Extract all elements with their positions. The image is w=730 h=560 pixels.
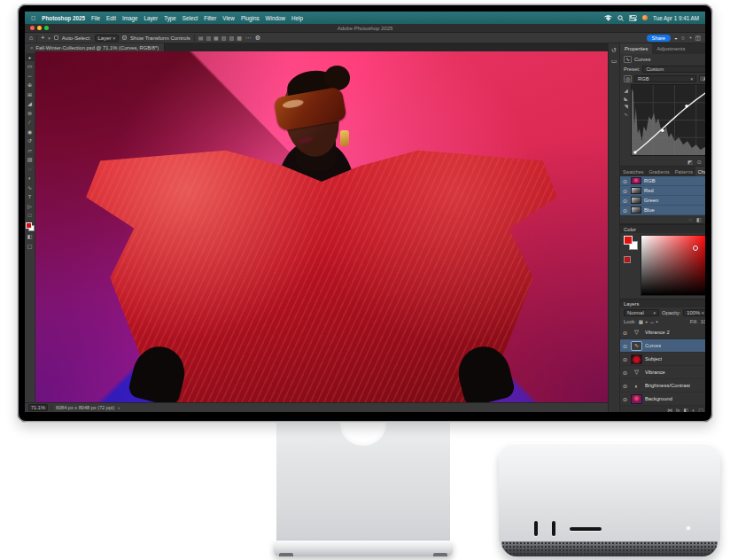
tool-preset-chevron-icon[interactable]: ▾ [48,35,50,41]
distribute-v-icon[interactable]: ▨ [229,35,234,41]
save-mask-icon[interactable]: ◧ [696,216,702,222]
layer-row-vibrance2[interactable]: ⊙ ▽ Vibrance 2 [620,326,705,339]
channel-row-red[interactable]: ⊙ Red ⌘3 [620,186,705,196]
channel-row-green[interactable]: ⊙ Green ⌘4 [620,196,705,206]
black-point-eyedropper-icon[interactable]: ◢ [624,88,627,93]
distribute-h-icon[interactable]: ▩ [237,35,242,41]
menu-view[interactable]: View [222,15,235,21]
tab-adjustments[interactable]: Adjustments [652,43,689,54]
foreground-color-swatch[interactable] [624,236,633,245]
channel-row-blue[interactable]: ⊙ Blue ⌘5 [620,206,705,215]
visibility-eye-icon[interactable]: ⊙ [623,178,628,184]
auto-button[interactable]: Auto [699,75,705,82]
curve-edit-icon[interactable]: ∿ [624,112,628,117]
notifications-bell-icon[interactable]: ◒ [674,35,678,41]
visibility-eye-icon[interactable]: ⊙ [623,188,628,194]
history-brush-tool[interactable]: ↺ [26,137,35,145]
preset-dropdown[interactable]: Custom ▾ [642,66,705,73]
quick-selection-tool[interactable]: ⊕ [26,82,35,89]
opacity-field[interactable]: 100% ▾ [683,309,705,316]
menu-plugins[interactable]: Plugins [241,15,260,21]
show-transform-checkbox[interactable] [122,35,127,40]
move-tool-preset-icon[interactable]: + [41,35,44,41]
dodge-tool[interactable]: ◐ [26,175,35,183]
gray-point-eyedropper-icon[interactable]: ◣ [624,96,627,101]
curves-graph[interactable] [631,84,705,156]
lock-pixels-icon[interactable]: + [645,319,648,324]
tab-channels[interactable]: Channels [695,167,705,176]
eraser-tool[interactable]: ▱ [26,146,35,154]
align-left-icon[interactable]: ▤ [198,35,204,41]
visibility-eye-icon[interactable]: ⊙ [623,343,628,349]
marquee-tool[interactable]: ▭ [26,63,35,71]
channel-row-rgb[interactable]: ⊙ RGB ⌘2 [620,176,705,186]
quick-mask-icon[interactable]: ◧ [26,233,35,241]
menu-bar-clock[interactable]: Tue Apr 1 9:41 AM [653,15,699,21]
foreground-background-swatches[interactable] [26,222,35,231]
app-menu[interactable]: Photoshop 2025 [42,15,85,21]
tab-patterns[interactable]: Patterns [672,167,695,176]
tab-swatches[interactable]: Swatches [620,167,646,176]
app-status-icon[interactable] [642,15,648,20]
menu-type[interactable]: Type [164,15,176,21]
visibility-eye-icon[interactable]: ⊙ [623,356,628,362]
saturation-brightness-field[interactable] [641,235,705,296]
menu-select[interactable]: Select [182,15,198,21]
menu-image[interactable]: Image [122,15,138,21]
comments-panel-icon[interactable]: ▭ [611,58,617,65]
status-chevron-icon[interactable]: › [118,405,120,410]
layer-row-background[interactable]: ⊙ Background [620,393,705,406]
close-tab-icon[interactable]: × [30,45,34,51]
menu-help[interactable]: Help [291,15,303,21]
zoom-level-field[interactable]: 71.1% [28,404,48,411]
targeted-adjustment-icon[interactable]: ◎ [624,75,632,82]
menu-window[interactable]: Window [266,15,285,21]
blur-tool[interactable]: ◌ [26,165,35,173]
brush-tool[interactable]: ∕ [26,119,35,127]
eyedropper-tool[interactable]: ◢ [26,100,35,108]
history-panel-icon[interactable]: ↺ [611,47,617,54]
screen-mode-icon[interactable]: ▢ [26,242,35,250]
move-tool[interactable]: + [26,53,35,61]
visibility-eye-icon[interactable]: ⊙ [623,207,628,214]
menu-file[interactable]: File [91,15,100,21]
lock-transparency-icon[interactable]: ▦ [639,319,643,324]
home-icon[interactable]: ⌂ [29,35,33,41]
document-tab[interactable]: × Fall-Winter-Collection.psd @ 71.1% (Cu… [25,43,165,51]
link-layers-icon[interactable]: ⋈ [667,408,672,412]
workspace-switcher-icon[interactable]: ◫ [695,35,701,42]
canvas[interactable] [35,51,608,402]
channel-dropdown[interactable]: RGB ▾ [634,75,696,82]
menu-layer[interactable]: Layer [144,15,158,21]
align-top-icon[interactable]: ▧ [221,35,227,41]
layer-effects-icon[interactable]: fx [676,408,680,412]
load-selection-icon[interactable]: ◌ [688,217,692,222]
spotlight-search-icon[interactable] [617,15,624,21]
more-options-icon[interactable]: ⋯ [245,35,252,41]
path-selection-tool[interactable]: ▷ [26,202,35,210]
layer-group-icon[interactable]: ▢ [698,408,703,412]
fill-value[interactable]: 100% [701,319,705,324]
gradient-tool[interactable]: ▨ [26,156,35,164]
clone-stamp-tool[interactable]: ◉ [26,128,35,136]
layer-row-brightness-contrast[interactable]: ⊙ ◐ Brightness/Contrast [620,379,705,393]
auto-select-dropdown[interactable]: Layer ▾ [95,35,120,42]
search-icon[interactable]: ○ [681,35,685,41]
tab-gradients[interactable]: Gradients [646,167,672,176]
adjustment-layer-icon[interactable]: ◐ [692,408,695,412]
tab-properties[interactable]: Properties [620,43,652,54]
gear-icon[interactable]: ⚙ [255,35,260,41]
layer-row-vibrance[interactable]: ⊙ ▽ Vibrance [620,366,705,379]
visibility-icon[interactable]: ⊙ [697,159,702,165]
recent-color-swatch[interactable] [624,256,631,263]
clip-to-layer-icon[interactable]: ◩ [687,159,693,165]
color-picker-dot[interactable] [693,245,698,251]
align-center-icon[interactable]: ▥ [206,35,211,41]
menu-edit[interactable]: Edit [106,15,116,21]
lock-all-icon[interactable]: ▪ [656,319,658,324]
align-right-icon[interactable]: ▦ [214,35,219,41]
type-tool[interactable]: T [26,193,35,201]
wifi-icon[interactable] [604,15,612,21]
visibility-eye-icon[interactable]: ⊙ [623,369,628,376]
layer-row-curves[interactable]: ⊙ ∿ Curves [620,339,705,353]
